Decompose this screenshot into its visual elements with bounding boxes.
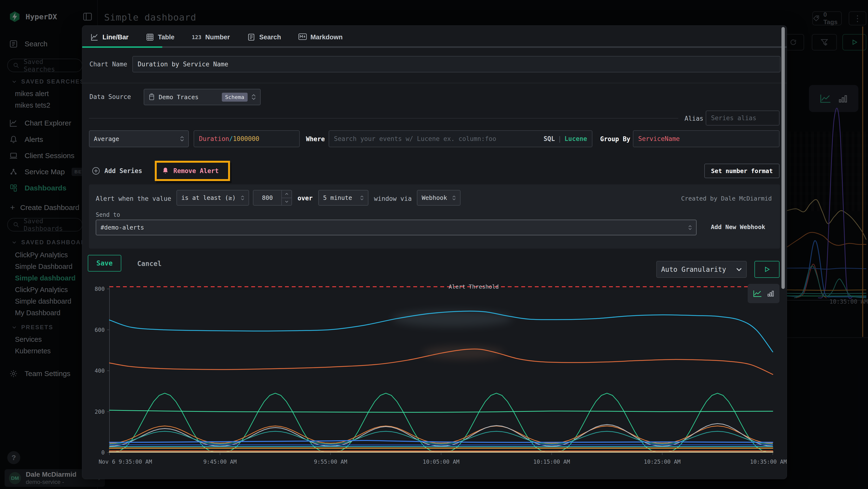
chart-type-tabs: Line/Bar Table 123 Number Search Markdow… [90,29,343,45]
run-chart-button[interactable] [754,261,779,278]
select-chevrons-icon [360,196,364,200]
duration-chart: 0200400600800Nov 6 9:35:00 AM9:45:00 AM9… [89,282,787,472]
svg-text:Alert Threshold: Alert Threshold [449,284,499,290]
database-icon [149,93,155,100]
plus-circle-icon [92,167,100,175]
svg-text:10:05:00 AM: 10:05:00 AM [423,459,459,465]
svg-text:200: 200 [94,409,105,415]
over-label: over [298,195,313,202]
tab-line-bar[interactable]: Line/Bar [90,33,128,41]
group-by-label: Group By [600,136,630,143]
stepper-buttons[interactable] [281,191,291,205]
svg-text:400: 400 [94,368,105,374]
bar-chart-icon [767,290,774,297]
created-by-label: Created by Dale McDiarmid [681,195,772,202]
where-placeholder: Search your events w/ Lucene ex. column:… [334,135,544,142]
field-expression-input[interactable]: Duration/1000000 [194,130,300,147]
svg-text:800: 800 [94,286,105,292]
modal-scrollbar[interactable] [781,27,785,477]
chevron-down-icon [736,268,742,271]
svg-text:0: 0 [101,450,105,456]
select-chevrons-icon [180,136,184,141]
line-chart-icon [90,33,99,41]
group-by-input[interactable]: ServiceName [633,130,779,147]
chart-name-label: Chart Name [89,61,127,68]
edit-chart-modal: Line/Bar Table 123 Number Search Markdow… [82,25,787,479]
alias-label: Alias [684,115,703,122]
add-new-webhook-link[interactable]: Add New Webhook [711,224,765,230]
select-chevrons-icon [251,94,256,100]
annotation-highlight-box [155,161,230,181]
select-chevrons-icon [241,196,244,200]
select-chevrons-icon [688,225,692,230]
alert-channel-select[interactable]: Webhook [417,190,461,206]
data-source-label: Data Source [89,93,131,100]
lucene-toggle[interactable]: Lucene [564,135,587,142]
set-number-format-button[interactable]: Set number format [704,164,779,178]
stepper-up-icon[interactable] [282,191,291,198]
alert-condition-select[interactable]: is at least (≥) [177,190,249,206]
schema-badge: Schema [222,93,248,102]
play-icon [764,266,770,272]
scrollbar-thumb[interactable] [781,27,785,289]
granularity-select[interactable]: Auto Granularity [656,261,747,278]
tab-number[interactable]: 123 Number [192,33,230,41]
data-source-select[interactable]: Demo Traces Schema [144,89,261,105]
threshold-value: 800 [253,194,281,201]
save-button[interactable]: Save [88,255,121,271]
where-label: Where [306,136,325,143]
tabs-underline [82,46,787,48]
search-doc-icon [247,33,255,41]
send-to-select[interactable]: #demo-alerts [96,220,696,235]
svg-text:9:55:00 AM: 9:55:00 AM [314,459,347,465]
tabs-active-indicator [82,46,162,48]
line-chart-icon [753,290,762,297]
select-chevrons-icon [452,196,456,200]
alert-window-select[interactable]: 5 minute [318,190,368,206]
chart-name-input[interactable]: Duration by Service Name [132,56,780,73]
number-123-icon: 123 [192,34,202,40]
data-source-value: Demo Traces [159,94,218,100]
aggregation-select[interactable]: Average [89,130,189,147]
tab-table[interactable]: Table [146,33,175,41]
svg-text:9:45:00 AM: 9:45:00 AM [203,459,237,465]
window-via-label: window via [374,195,412,202]
markdown-icon [298,33,306,41]
tab-search[interactable]: Search [247,33,281,41]
svg-text:Nov 6 9:35:00 AM: Nov 6 9:35:00 AM [99,459,152,465]
alert-config-panel: Alert when the value is at least (≥) 800… [89,184,780,249]
sql-toggle[interactable]: SQL [544,135,555,142]
cancel-button[interactable]: Cancel [137,260,161,268]
table-icon [146,33,154,41]
svg-text:10:15:00 AM: 10:15:00 AM [533,459,570,465]
add-series-button[interactable]: Add Series [92,164,142,178]
where-search-input[interactable]: Search your events w/ Lucene ex. column:… [329,130,592,147]
alias-placeholder: Series alias [711,114,756,122]
alert-threshold-stepper[interactable]: 800 [253,190,292,206]
svg-text:10:25:00 AM: 10:25:00 AM [644,459,680,465]
svg-text:600: 600 [94,327,105,333]
section-divider [82,83,787,83]
send-to-label: Send to [96,211,120,218]
tab-markdown[interactable]: Markdown [298,33,343,41]
chart-type-toggle[interactable] [748,284,779,303]
alert-prefix-label: Alert when the value [96,195,171,202]
alias-input[interactable]: Series alias [706,111,779,125]
stepper-down-icon[interactable] [282,198,291,205]
series-divider [89,118,678,118]
